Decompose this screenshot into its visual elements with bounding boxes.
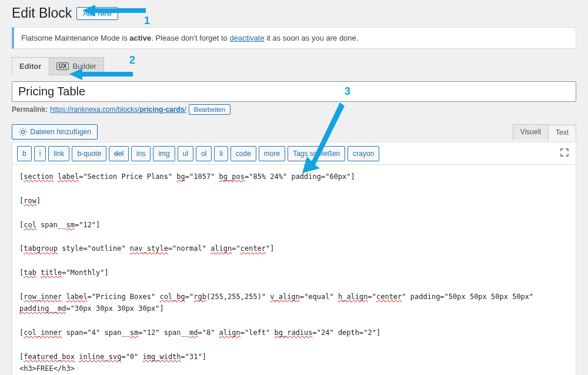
add-new-button[interactable]: Add New [76,7,118,20]
qt-code[interactable]: code [230,146,256,161]
fullscreen-button[interactable] [558,146,571,161]
fullscreen-icon [560,148,569,157]
tab-editor[interactable]: Editor [12,57,49,75]
qt-link[interactable]: link [48,146,69,161]
permalink-link[interactable]: https://ranknexa.com/blocks/pricing-card… [50,105,186,114]
content-textarea[interactable]: [section label="Section Price Plans" bg=… [12,165,576,375]
tab-builder-label: Builder [72,62,96,71]
visual-tab[interactable]: Visuell [513,124,549,140]
maintenance-notice: Flatsome Maintenance Mode is active. Ple… [12,27,576,49]
qt-ins[interactable]: ins [131,146,151,161]
media-icon [18,127,28,137]
text-tab[interactable]: Text [549,125,576,140]
qt-ul[interactable]: ul [178,146,193,161]
qt-crayon[interactable]: crayon [348,146,379,161]
qt-li[interactable]: li [214,146,228,161]
notice-strong: active [129,34,151,42]
tab-ux-builder[interactable]: UX Builder [49,57,104,75]
page-title: Edit Block [12,5,72,21]
notice-text-prefix: Flatsome Maintenance Mode is [21,34,129,42]
svg-point-0 [21,130,24,133]
permalink-edit-button[interactable]: Bearbeiten [189,104,230,115]
qt-del[interactable]: del [109,146,129,161]
qt-ol[interactable]: ol [196,146,212,161]
post-title-input[interactable] [12,81,576,102]
qt-b[interactable]: b [17,146,32,161]
add-media-label: Dateien hinzufügen [31,128,91,136]
ux-badge: UX [56,62,69,70]
add-media-button[interactable]: Dateien hinzufügen [12,124,98,140]
qt-close-tags[interactable]: Tags schließen [288,146,345,161]
mode-tabs: Editor UX Builder [12,57,576,75]
qt-i[interactable]: i [34,146,46,161]
quicktags-toolbar: b i link b-quote del ins img ul ol li co… [12,143,576,165]
qt-img[interactable]: img [153,146,175,161]
notice-text-mid: . Please don't forget to [151,34,229,42]
qt-bquote[interactable]: b-quote [72,146,106,161]
deactivate-link[interactable]: deactivate [229,34,264,42]
notice-text-suffix: it as soon as you are done. [265,34,359,42]
qt-more[interactable]: more [259,146,285,161]
permalink-label: Permalink: [12,105,48,114]
